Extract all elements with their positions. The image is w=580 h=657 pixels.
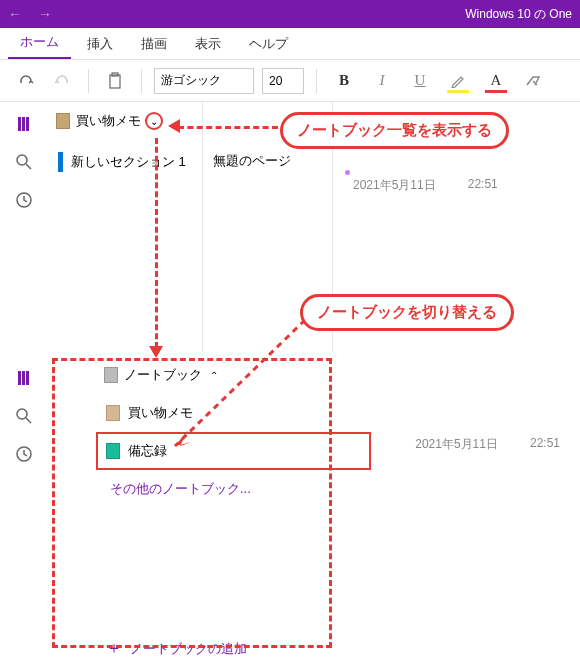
back-arrow-icon[interactable]: ← <box>8 6 22 22</box>
svg-line-8 <box>175 320 305 446</box>
section-color-marker <box>58 152 63 172</box>
annotation-arrowhead <box>149 346 163 358</box>
notebook-name: 買い物メモ <box>76 112 141 130</box>
redo-icon[interactable] <box>48 67 76 95</box>
ribbon-tabs: ホーム 挿入 描画 表示 ヘルプ <box>0 28 580 60</box>
timestamp: 2021年5月11日 22:51 <box>415 436 560 453</box>
tab-view[interactable]: 表示 <box>183 29 233 59</box>
clear-format-button[interactable] <box>519 67 549 95</box>
chevron-down-icon[interactable]: ⌄ <box>145 112 163 130</box>
svg-rect-10 <box>18 371 21 385</box>
italic-button[interactable]: I <box>367 67 397 95</box>
ribbon-toolbar: B I U A <box>0 60 580 102</box>
svg-rect-12 <box>26 371 29 385</box>
time-text: 22:51 <box>468 177 498 194</box>
section-item[interactable]: 新しいセクション 1 <box>48 140 202 184</box>
section-label: 新しいセクション 1 <box>71 153 186 171</box>
cursor-dot-icon <box>345 170 350 175</box>
sidebar-left <box>0 102 48 352</box>
notebooks-icon[interactable] <box>14 368 34 388</box>
annotation-callout-1: ノートブック一覧を表示する <box>280 112 509 149</box>
annotation-callout-2: ノートブックを切り替える <box>300 294 514 331</box>
date-text: 2021年5月11日 <box>353 177 436 194</box>
clipboard-icon[interactable] <box>101 67 129 95</box>
svg-rect-2 <box>18 117 21 131</box>
window-title: Windows 10 の One <box>465 6 572 23</box>
highlight-button[interactable] <box>443 67 473 95</box>
svg-marker-9 <box>175 430 192 446</box>
annotation-arrowhead <box>168 119 180 133</box>
date-text: 2021年5月11日 <box>415 436 498 453</box>
search-icon[interactable] <box>14 152 34 172</box>
tab-home[interactable]: ホーム <box>8 27 71 59</box>
sidebar-left <box>0 356 48 657</box>
annotation-arrow <box>160 318 310 458</box>
svg-rect-11 <box>22 371 25 385</box>
recent-icon[interactable] <box>14 190 34 210</box>
time-text: 22:51 <box>530 436 560 453</box>
undo-icon[interactable] <box>12 67 40 95</box>
svg-point-13 <box>17 409 27 419</box>
svg-rect-0 <box>110 75 120 88</box>
annotation-arrow <box>178 126 278 129</box>
recent-icon[interactable] <box>14 444 34 464</box>
search-icon[interactable] <box>14 406 34 426</box>
svg-point-5 <box>17 155 27 165</box>
section-pane: 買い物メモ ⌄ 新しいセクション 1 <box>48 102 203 352</box>
underline-button[interactable]: U <box>405 67 435 95</box>
svg-rect-3 <box>22 117 25 131</box>
svg-rect-4 <box>26 117 29 131</box>
bold-button[interactable]: B <box>329 67 359 95</box>
forward-arrow-icon[interactable]: → <box>38 6 52 22</box>
font-size-select[interactable] <box>262 68 304 94</box>
svg-line-6 <box>26 164 31 169</box>
tab-draw[interactable]: 描画 <box>129 29 179 59</box>
timestamp: 2021年5月11日 22:51 <box>353 177 498 194</box>
font-color-button[interactable]: A <box>481 67 511 95</box>
notebook-icon <box>56 113 70 129</box>
notebooks-icon[interactable] <box>14 114 34 134</box>
svg-line-14 <box>26 418 31 423</box>
annotation-arrow <box>155 138 158 348</box>
tab-help[interactable]: ヘルプ <box>237 29 300 59</box>
font-name-select[interactable] <box>154 68 254 94</box>
title-bar: ← → Windows 10 の One <box>0 0 580 28</box>
tab-insert[interactable]: 挿入 <box>75 29 125 59</box>
